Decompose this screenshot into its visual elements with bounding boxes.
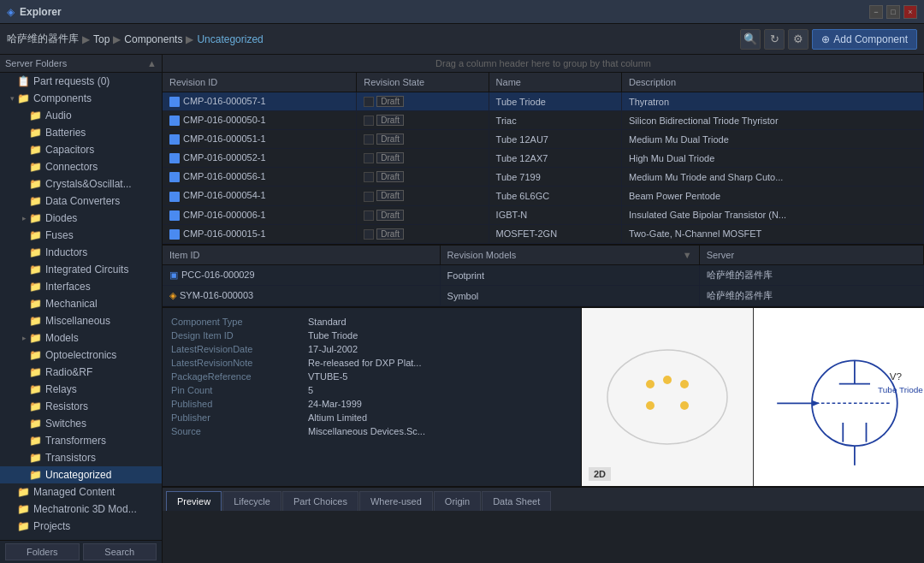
- draft-badge: Draft: [376, 152, 404, 163]
- sidebar-item-audio[interactable]: 📁Audio: [0, 107, 162, 124]
- models-col-1[interactable]: Revision Models ▼: [440, 246, 699, 265]
- row-checkbox[interactable]: [364, 116, 374, 126]
- sidebar-item-projects[interactable]: 📁Projects: [0, 518, 162, 535]
- info-preview-section: Component TypeStandardDesign Item IDTube…: [163, 306, 924, 486]
- svg-point-2: [663, 376, 672, 384]
- sidebar-item-interfaces[interactable]: 📁Interfaces: [0, 278, 162, 295]
- models-row[interactable]: ▣PCC-016-000029Footprint哈萨维的器件库: [163, 265, 924, 286]
- grid-header-row: Revision IDRevision StateNameDescription: [163, 73, 924, 92]
- maximize-button[interactable]: □: [886, 5, 900, 19]
- sidebar-item-components[interactable]: ▾📁Components: [0, 90, 162, 107]
- breadcrumb-components[interactable]: Components: [124, 33, 182, 45]
- sidebar-item-diodes[interactable]: ▸📁Diodes: [0, 210, 162, 227]
- grid-col-revision-state[interactable]: Revision State: [357, 73, 489, 92]
- sidebar-item-transistors[interactable]: 📁Transistors: [0, 449, 162, 466]
- sidebar-item-label: Optoelectronics: [45, 349, 158, 361]
- sidebar-item-label: Inductors: [45, 246, 158, 258]
- grid-col-revision-id[interactable]: Revision ID: [163, 73, 357, 92]
- info-row: Design Item IDTube Triode: [171, 329, 572, 342]
- sidebar-item-radio-rf[interactable]: 📁Radio&RF: [0, 364, 162, 381]
- row-checkbox[interactable]: [364, 134, 374, 145]
- tab-lifecycle[interactable]: Lifecycle: [222, 491, 281, 511]
- revision-state-cell: Draft: [357, 149, 489, 168]
- sidebar-item-resistors[interactable]: 📁Resistors: [0, 398, 162, 415]
- row-checkbox[interactable]: [364, 210, 374, 221]
- sidebar-item-relays[interactable]: 📁Relays: [0, 381, 162, 398]
- models-col-2[interactable]: Server: [699, 246, 923, 265]
- info-label: Source: [171, 426, 308, 436]
- sidebar-item-transformers[interactable]: 📁Transformers: [0, 432, 162, 449]
- sidebar-item-uncategorized[interactable]: 📁Uncategorized: [0, 466, 162, 483]
- table-row[interactable]: CMP-016-000052-1 DraftTube 12AX7High Mu …: [163, 149, 924, 168]
- sidebar-item-managed-content[interactable]: 📁Managed Content: [0, 483, 162, 501]
- models-type-cell: Symbol: [440, 286, 699, 306]
- sidebar-item-fuses[interactable]: 📁Fuses: [0, 227, 162, 244]
- info-value: 17-Jul-2002: [308, 344, 358, 354]
- title-bar: ◈ Explorer − □ ×: [0, 0, 924, 24]
- close-button[interactable]: ×: [903, 5, 917, 19]
- revision-id-cell: CMP-016-000057-1: [163, 92, 357, 111]
- sidebar-item-switches[interactable]: 📁Switches: [0, 415, 162, 432]
- table-row[interactable]: CMP-016-000006-1 DraftIGBT-NInsulated Ga…: [163, 205, 924, 224]
- models-id-cell: ◈SYM-016-000003: [163, 286, 440, 306]
- folder-icon: 📁: [29, 418, 42, 430]
- table-row[interactable]: CMP-016-000054-1 DraftTube 6L6GCBeam Pow…: [163, 187, 924, 205]
- breadcrumb-top[interactable]: Top: [93, 33, 110, 45]
- breadcrumb-library[interactable]: 哈萨维的器件库: [7, 32, 79, 46]
- description-cell: Thyratron: [622, 92, 924, 111]
- name-cell: MOSFET-2GN: [489, 224, 621, 243]
- add-component-button[interactable]: ⊕ Add Component: [812, 29, 917, 50]
- sidebar-item-mechanical[interactable]: 📁Mechanical: [0, 295, 162, 312]
- grid-col-description[interactable]: Description: [622, 73, 924, 92]
- sidebar-collapse-icon[interactable]: ▲: [147, 58, 157, 68]
- settings-button[interactable]: ⚙: [788, 29, 808, 50]
- models-row[interactable]: ◈SYM-016-000003Symbol哈萨维的器件库: [163, 286, 924, 306]
- sidebar-item-connectors[interactable]: 📁Connectors: [0, 158, 162, 175]
- refresh-button[interactable]: ↻: [764, 29, 785, 50]
- sidebar-item-data-converters[interactable]: 📁Data Converters: [0, 193, 162, 210]
- components-grid[interactable]: Revision IDRevision StateNameDescription…: [163, 73, 924, 244]
- folder-icon: 📁: [29, 161, 42, 173]
- footprint-svg: [590, 337, 744, 457]
- sidebar-item-mechatronic-3d[interactable]: 📁Mechatronic 3D Mod...: [0, 501, 162, 518]
- sidebar-footer-tab-search[interactable]: Search: [83, 543, 157, 560]
- row-checkbox[interactable]: [364, 153, 374, 163]
- row-checkbox[interactable]: [364, 192, 374, 202]
- sidebar-item-optoelectronics[interactable]: 📁Optoelectronics: [0, 347, 162, 364]
- sidebar-item-inductors[interactable]: 📁Inductors: [0, 244, 162, 261]
- sidebar-item-label: Transformers: [45, 435, 158, 447]
- app-icon: ◈: [7, 6, 15, 18]
- sidebar-footer-tab-folders[interactable]: Folders: [5, 543, 80, 560]
- grid-col-name[interactable]: Name: [489, 73, 621, 92]
- sidebar-item-capacitors[interactable]: 📁Capacitors: [0, 141, 162, 158]
- row-checkbox[interactable]: [364, 97, 374, 107]
- tab-where-used[interactable]: Where-used: [359, 491, 433, 511]
- models-col-0[interactable]: Item ID: [163, 246, 440, 265]
- window-controls: − □ ×: [869, 5, 917, 19]
- row-checkbox[interactable]: [364, 172, 374, 182]
- folder-icon: 📁: [29, 400, 42, 412]
- sidebar-item-models[interactable]: ▸📁Models: [0, 329, 162, 347]
- sidebar-item-crystals[interactable]: 📁Crystals&Oscillat...: [0, 175, 162, 193]
- tab-data-sheet[interactable]: Data Sheet: [482, 491, 551, 511]
- tab-preview[interactable]: Preview: [166, 491, 222, 511]
- table-row[interactable]: CMP-016-000050-1 DraftTriacSilicon Bidir…: [163, 111, 924, 130]
- tab-part-choices[interactable]: Part Choices: [282, 491, 358, 511]
- draft-badge: Draft: [376, 190, 404, 201]
- info-label: LatestRevisionNote: [171, 358, 308, 368]
- table-row[interactable]: CMP-016-000056-1 DraftTube 7199Medium Mu…: [163, 168, 924, 187]
- table-row[interactable]: CMP-016-000015-1 DraftMOSFET-2GNTwo-Gate…: [163, 224, 924, 243]
- table-row[interactable]: CMP-016-000051-1 DraftTube 12AU7Medium M…: [163, 130, 924, 149]
- tab-origin[interactable]: Origin: [434, 491, 481, 511]
- sidebar-item-batteries[interactable]: 📁Batteries: [0, 124, 162, 141]
- models-body: ▣PCC-016-000029Footprint哈萨维的器件库◈SYM-016-…: [163, 265, 924, 306]
- sidebar-item-miscellaneous[interactable]: 📁Miscellaneous: [0, 312, 162, 329]
- minimize-button[interactable]: −: [869, 5, 883, 19]
- table-row[interactable]: CMP-016-000057-1 DraftTube TriodeThyratr…: [163, 92, 924, 111]
- search-button[interactable]: 🔍: [740, 29, 761, 50]
- sidebar-item-integrated-circuits[interactable]: 📁Integrated Circuits: [0, 261, 162, 278]
- info-label: Design Item ID: [171, 330, 308, 341]
- sidebar-item-part-requests[interactable]: 📋Part requests (0): [0, 73, 162, 90]
- folder-icon: 📁: [29, 144, 42, 156]
- row-checkbox[interactable]: [364, 229, 374, 240]
